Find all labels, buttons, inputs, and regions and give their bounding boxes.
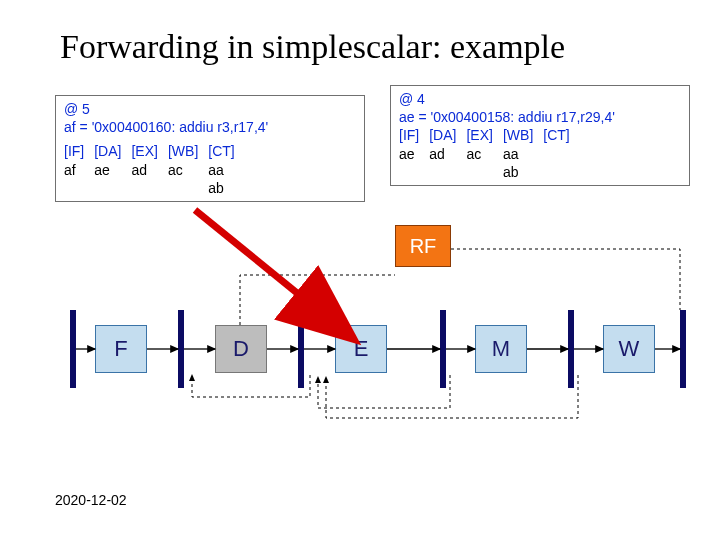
cycle-label: @ 5 [64, 100, 356, 118]
val-wb: ac [168, 161, 208, 179]
val-da: ae [94, 161, 131, 179]
val-ct [543, 145, 579, 163]
forwarding-arrow-icon [195, 210, 345, 332]
col-if: [IF] [399, 126, 429, 144]
pipe-bar [568, 310, 574, 388]
stage-table: [IF] [DA] [EX] [WB] [CT] ae ad ac aa ab [399, 126, 580, 181]
val-if: af [64, 161, 94, 179]
trace-panel-right: @ 4 ae = '0x00400158: addiu r17,r29,4' [… [390, 85, 690, 186]
val-if: ae [399, 145, 429, 163]
col-wb: [WB] [168, 142, 208, 160]
stage-e: E [335, 325, 387, 373]
instruction-text: ae = '0x00400158: addiu r17,r29,4' [399, 108, 681, 126]
slide-title: Forwarding in simplescalar: example [60, 28, 565, 66]
stage-table: [IF] [DA] [EX] [WB] [CT] af ae ad ac aa … [64, 142, 245, 197]
val-ct: aa [208, 161, 244, 179]
col-wb: [WB] [503, 126, 543, 144]
pipe-bar [440, 310, 446, 388]
col-ct: [CT] [543, 126, 579, 144]
pipe-bar [178, 310, 184, 388]
val-extra: ab [503, 163, 543, 181]
block-rf: RF [395, 225, 451, 267]
col-ex: [EX] [466, 126, 502, 144]
col-da: [DA] [429, 126, 466, 144]
pipe-bar [680, 310, 686, 388]
val-ex: ad [131, 161, 167, 179]
stage-m: M [475, 325, 527, 373]
pipe-bar [70, 310, 76, 388]
wiring-layer [0, 0, 720, 540]
stage-w: W [603, 325, 655, 373]
pipe-bar [298, 310, 304, 388]
val-da: ad [429, 145, 466, 163]
val-extra: ab [208, 179, 244, 197]
col-da: [DA] [94, 142, 131, 160]
footer-date: 2020-12-02 [55, 492, 127, 508]
stage-d: D [215, 325, 267, 373]
col-ct: [CT] [208, 142, 244, 160]
cycle-label: @ 4 [399, 90, 681, 108]
col-ex: [EX] [131, 142, 167, 160]
trace-panel-left: @ 5 af = '0x00400160: addiu r3,r17,4' [I… [55, 95, 365, 202]
instruction-text: af = '0x00400160: addiu r3,r17,4' [64, 118, 356, 136]
col-if: [IF] [64, 142, 94, 160]
val-ex: ac [466, 145, 502, 163]
val-wb: aa [503, 145, 543, 163]
stage-f: F [95, 325, 147, 373]
